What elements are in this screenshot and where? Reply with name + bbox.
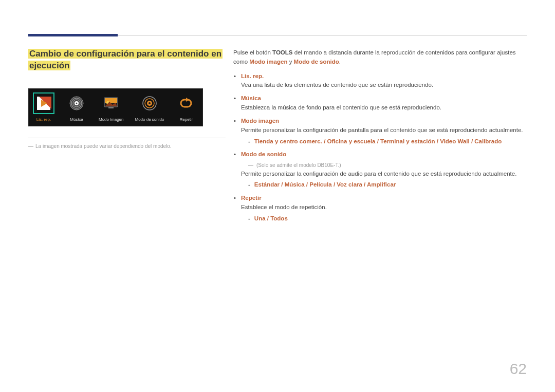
svg-marker-17 (186, 98, 189, 102)
sound-mode-icon (141, 95, 158, 112)
playlist-icon (35, 95, 52, 112)
toolbar-item-music[interactable]: Música (66, 92, 87, 122)
svg-rect-11 (108, 107, 114, 108)
option-repetir-sub: - Una / Todos (248, 214, 528, 223)
page-number: 62 (510, 360, 527, 378)
repeat-icon (177, 95, 195, 112)
option-modosonido: • Modo de sonido (Solo se admite el mode… (233, 150, 528, 190)
toolbar-label-playlist: Lis. rep. (36, 117, 51, 122)
svg-point-15 (149, 102, 151, 104)
intro-paragraph: Pulse el botón TOOLS del mando a distanc… (233, 48, 528, 67)
option-modosonido-sub: - Estándar / Música / Película / Voz cla… (248, 180, 528, 190)
left-divider (28, 138, 226, 138)
toolbar-item-playlist[interactable]: Lis. rep. (33, 92, 54, 122)
option-repetir-title: Repetir (241, 194, 528, 203)
section-title-line1: Cambio de configuración para el contenid… (28, 49, 223, 59)
toolbar-label-repeat: Repetir (180, 117, 193, 122)
option-modosonido-note: (Solo se admite el modelo DB10E-T.) (248, 161, 528, 170)
option-modoimagen: • Modo imagen Permite personalizar la co… (233, 117, 528, 146)
toolbar-item-picture-mode[interactable]: Modo imagen (99, 92, 123, 122)
option-modoimagen-desc: Permite personalizar la configuración de… (241, 126, 528, 135)
option-lisrep-desc: Vea una lista de los elementos de conten… (241, 81, 528, 90)
option-musica-desc: Establezca la música de fondo para el co… (241, 103, 528, 113)
option-modoimagen-sub: - Tienda y centro comerc. / Oficina y es… (248, 137, 528, 146)
section-title-line2: ejecución (28, 61, 70, 70)
left-column: Cambio de configuración para el contenid… (28, 48, 226, 149)
toolbar-label-picture-mode: Modo imagen (99, 117, 123, 122)
left-note: ―La imagen mostrada puede variar dependi… (28, 143, 226, 149)
toolbar-item-sound-mode[interactable]: Modo de sonido (135, 92, 164, 122)
option-lisrep: • Lis. rep. Vea una lista de los element… (233, 72, 528, 90)
right-column: Pulse el botón TOOLS del mando a distanc… (233, 48, 528, 223)
toolbar-item-repeat[interactable]: Repetir (175, 92, 197, 122)
option-lisrep-title: Lis. rep. (241, 72, 528, 81)
option-musica-title: Música (241, 94, 528, 103)
toolbar-label-sound-mode: Modo de sonido (135, 117, 164, 122)
option-musica: • Música Establezca la música de fondo p… (233, 94, 528, 113)
music-disc-icon (68, 95, 85, 112)
option-repetir: • Repetir Establece el modo de repetició… (233, 194, 528, 223)
playback-toolbar: Lis. rep. Música (28, 88, 203, 126)
options-list: • Lis. rep. Vea una lista de los element… (233, 72, 528, 223)
option-modosonido-desc: Permite personalizar la configuración de… (241, 170, 528, 179)
header-accent (28, 34, 118, 36)
section-title: Cambio de configuración para el contenid… (28, 48, 226, 72)
option-modoimagen-title: Modo imagen (241, 117, 528, 126)
picture-mode-icon (102, 95, 120, 112)
svg-point-7 (76, 103, 78, 104)
option-repetir-desc: Establece el modo de repetición. (241, 203, 528, 212)
option-modosonido-title: Modo de sonido (241, 150, 528, 159)
toolbar-label-music: Música (70, 117, 83, 122)
